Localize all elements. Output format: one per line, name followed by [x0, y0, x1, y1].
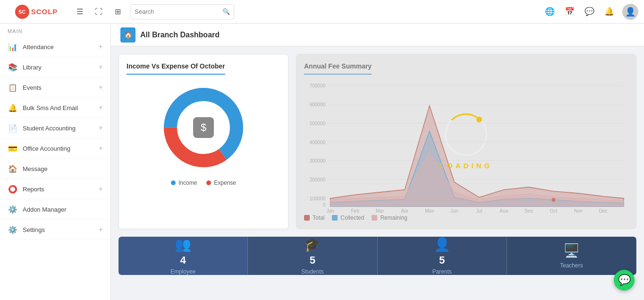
expense-legend-dot	[206, 180, 211, 185]
spinner-container	[445, 113, 487, 156]
search-bar[interactable]: 🔍	[130, 4, 234, 19]
sidebar-item-attendance[interactable]: 📊 Attendance +	[0, 37, 110, 57]
home-button[interactable]: 🏠	[120, 27, 136, 43]
students-number: 5	[310, 254, 315, 266]
avatar[interactable]: 👤	[622, 4, 638, 20]
sidebar-label-reports: Reports	[23, 186, 94, 193]
sidebar-item-settings[interactable]: ⚙️ Settings +	[0, 220, 110, 240]
bell-icon[interactable]: 🔔	[602, 5, 616, 18]
teachers-label: Teachers	[560, 262, 583, 269]
events-expand-icon: +	[99, 83, 103, 92]
expense-legend-item: Expense	[206, 180, 236, 186]
sidebar-label-events: Events	[23, 84, 94, 91]
globe-icon[interactable]: 🌐	[543, 5, 556, 18]
reports-expand-icon: +	[99, 185, 103, 193]
sidebar-label-student-accounting: Student Accounting	[23, 125, 94, 132]
addon-manager-icon: ⚙️	[8, 204, 18, 214]
loading-overlay: LOADING	[297, 54, 636, 229]
loading-text: LOADING	[440, 162, 492, 170]
charts-row: Income Vs Expense Of October	[119, 54, 636, 229]
employee-icon: 👥	[175, 237, 191, 252]
top-header: SC SCOLP ☰ ⛶ ⊞ 🔍 🌐 📅 💬 🔔 👤	[0, 0, 644, 24]
message-icon: 🏠	[8, 163, 18, 174]
main-content: 🏠 All Branch Dashboard Income Vs Expense…	[111, 24, 644, 300]
sidebar-item-message[interactable]: 🏠 Message	[0, 159, 110, 179]
sidebar-item-bulk-sms[interactable]: 🔔 Bulk Sms And Email +	[0, 98, 110, 118]
sidebar-item-events[interactable]: 📋 Events +	[0, 77, 110, 98]
page-title-bar: 🏠 All Branch Dashboard	[111, 24, 644, 46]
parents-number: 5	[439, 254, 445, 266]
parents-label: Parents	[432, 268, 451, 275]
students-label: Students	[301, 268, 323, 275]
logo-area: SC SCOLP	[6, 5, 67, 19]
students-icon: 🎓	[304, 237, 321, 252]
stat-card-students[interactable]: 🎓 5 Students	[248, 237, 377, 275]
sidebar-label-message: Message	[23, 165, 103, 172]
reports-icon: ⭕	[8, 184, 18, 194]
settings-expand-icon: +	[99, 225, 103, 234]
expense-legend-label: Expense	[214, 180, 236, 186]
sidebar-item-addon-manager[interactable]: ⚙️ Addon Manager	[0, 199, 110, 220]
attendance-icon: 📊	[8, 42, 18, 52]
annual-fee-card: Annual Fee Summary	[296, 54, 636, 229]
whatsapp-fab[interactable]: 💬	[614, 270, 635, 291]
events-icon: 📋	[8, 82, 18, 93]
teachers-icon: 🖥️	[563, 243, 580, 258]
sidebar-label-bulk-sms: Bulk Sms And Email	[23, 104, 94, 111]
grid-button[interactable]: ⊞	[110, 4, 126, 20]
stat-card-parents[interactable]: 👤 5 Parents	[378, 237, 507, 275]
donut-legend: Income Expense	[171, 180, 236, 186]
income-expense-card: Income Vs Expense Of October	[119, 54, 288, 229]
spinner-ring	[445, 113, 487, 156]
page-title: All Branch Dashboard	[140, 31, 220, 39]
parents-icon: 👤	[434, 237, 450, 252]
sidebar-label-addon-manager: Addon Manager	[23, 206, 103, 213]
sidebar-item-library[interactable]: 📚 Library +	[0, 57, 110, 77]
hamburger-button[interactable]: ☰	[72, 4, 88, 20]
stat-cards-row: 👥 4 Employee 🎓 5 Students 👤 5 Parents 🖥️	[119, 237, 636, 275]
logo-text: SCOLP	[31, 8, 58, 16]
header-icon-group: ☰ ⛶ ⊞	[72, 4, 126, 20]
bulk-sms-expand-icon: +	[99, 103, 103, 112]
whatsapp-icon: 💬	[618, 274, 631, 286]
stat-card-teachers[interactable]: 🖥️ Teachers	[507, 237, 636, 275]
header-right: 🌐 📅 💬 🔔 👤	[543, 4, 638, 20]
spinner-dot	[476, 117, 482, 122]
donut-svg-wrap: $	[156, 80, 251, 175]
office-accounting-expand-icon: +	[99, 144, 103, 153]
attendance-expand-icon: +	[99, 43, 103, 51]
search-input[interactable]	[135, 8, 222, 15]
sidebar-item-office-accounting[interactable]: 💳 Office Accounting +	[0, 138, 110, 159]
employee-number: 4	[180, 254, 186, 266]
sidebar-item-student-accounting[interactable]: 📄 Student Accounting +	[0, 118, 110, 138]
income-legend-item: Income	[171, 180, 197, 186]
dashboard-content: Income Vs Expense Of October	[111, 46, 644, 300]
student-accounting-icon: 📄	[8, 123, 18, 133]
loading-spinner-wrap: LOADING	[440, 113, 492, 170]
income-legend-dot	[171, 180, 176, 185]
sidebar-main-label: Main	[0, 24, 110, 37]
sidebar: Main 📊 Attendance + 📚 Library + 📋 Events…	[0, 24, 111, 300]
library-icon: 📚	[8, 62, 18, 72]
stat-card-employee[interactable]: 👥 4 Employee	[119, 237, 248, 275]
calendar-icon[interactable]: 📅	[563, 5, 576, 18]
expand-button[interactable]: ⛶	[91, 4, 107, 20]
sidebar-label-settings: Settings	[23, 226, 94, 233]
chat-icon[interactable]: 💬	[583, 5, 596, 18]
income-legend-label: Income	[178, 180, 197, 186]
settings-icon: ⚙️	[8, 224, 18, 235]
student-accounting-expand-icon: +	[99, 124, 103, 132]
layout: Main 📊 Attendance + 📚 Library + 📋 Events…	[0, 24, 644, 300]
library-expand-icon: +	[99, 63, 103, 71]
logo-circle: SC	[15, 5, 29, 19]
sidebar-label-library: Library	[23, 64, 94, 71]
donut-container: $ Income Expense	[127, 80, 280, 186]
office-accounting-icon: 💳	[8, 143, 18, 154]
employee-label: Employee	[170, 268, 195, 275]
income-expense-title: Income Vs Expense Of October	[127, 62, 225, 75]
sidebar-label-office-accounting: Office Accounting	[23, 145, 94, 152]
donut-center-icon: $	[193, 117, 214, 138]
search-icon: 🔍	[222, 8, 230, 15]
sidebar-item-reports[interactable]: ⭕ Reports +	[0, 179, 110, 199]
sidebar-label-attendance: Attendance	[23, 43, 94, 51]
